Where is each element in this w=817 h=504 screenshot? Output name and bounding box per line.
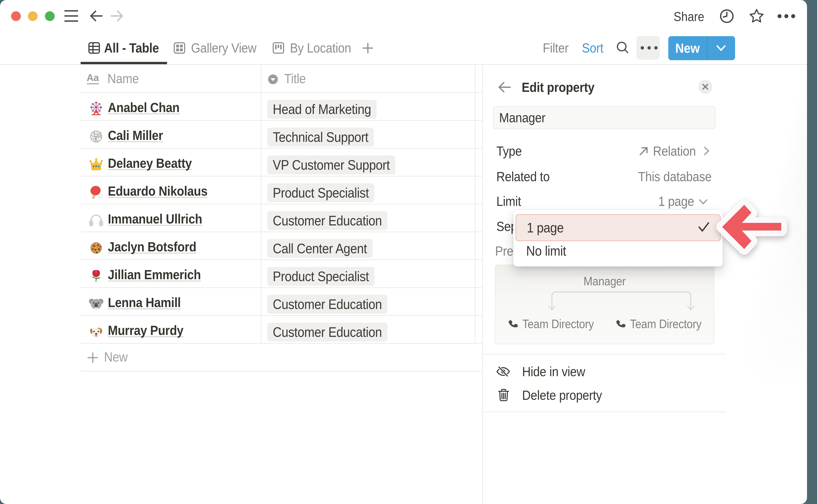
svg-text:Aa: Aa [87, 72, 99, 83]
